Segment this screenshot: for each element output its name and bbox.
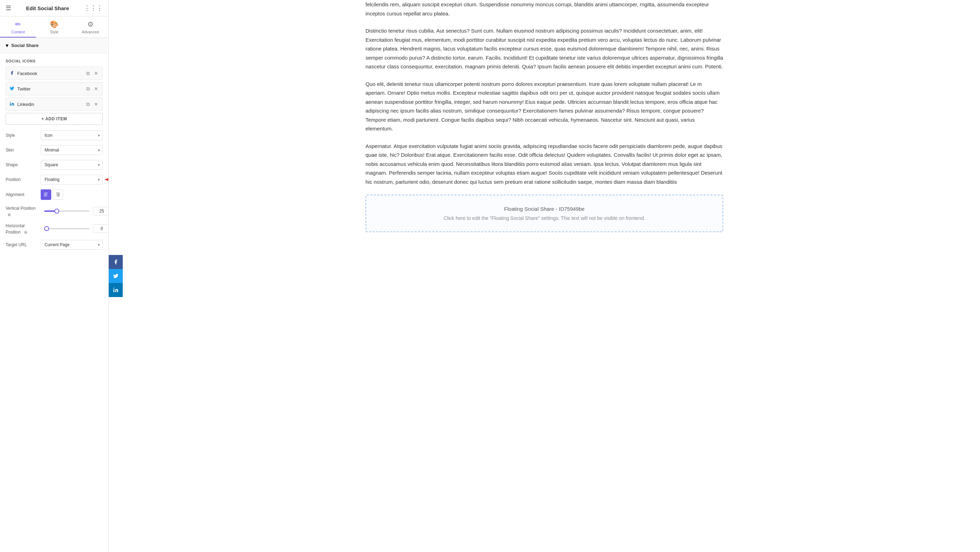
target-url-select-wrap: Current Page Custom URL ▾ [41, 240, 103, 250]
vertical-position-label: Vertical Position [6, 206, 35, 211]
target-url-row: Target URL Current Page Custom URL ▾ [6, 240, 103, 250]
add-item-button[interactable]: + ADD ITEM [6, 113, 103, 125]
style-row: Style Icon Icon & Text Text ▾ [6, 130, 103, 140]
horizontal-position-label-wrap: Horizontal Position 🖥 [6, 222, 41, 235]
social-item-facebook: Facebook ⧉ ✕ [6, 67, 103, 80]
paragraph-0: felcilendis rem, aliquam suscipit except… [366, 0, 723, 18]
floating-box-title: Floating Social Share - ID75949be [373, 206, 716, 212]
svg-rect-3 [44, 193, 48, 193]
twitter-actions: ⧉ ✕ [85, 84, 100, 93]
twitter-duplicate-btn[interactable]: ⧉ [85, 84, 91, 93]
target-url-select[interactable]: Current Page Custom URL [41, 240, 103, 250]
social-item-twitter: Twitter ⧉ ✕ [6, 82, 103, 95]
section-body: Social Icons Facebook ⧉ ✕ Twitter ⧉ ✕ [0, 53, 108, 258]
vertical-position-label-wrap: Vertical Position 🖥 [6, 205, 41, 218]
floating-info-box[interactable]: Floating Social Share - ID75949be Click … [366, 195, 723, 232]
position-select[interactable]: Floating Inline [41, 175, 103, 185]
position-label: Position [6, 177, 41, 182]
main-content-area: felcilendis rem, aliquam suscipit except… [109, 0, 980, 552]
section-collapse-icon: ▾ [6, 42, 8, 49]
shape-row: Shape Square Rounded Circle ▾ [6, 160, 103, 170]
shape-select[interactable]: Square Rounded Circle [41, 160, 103, 170]
linkedin-icon [10, 101, 14, 107]
paragraph-3: Aspernatur. Atque exercitation vulputate… [366, 142, 723, 186]
social-item-linkedin: Linkedin ⧉ ✕ [6, 97, 103, 111]
grid-icon[interactable]: ⋮⋮⋮ [84, 4, 103, 12]
facebook-remove-btn[interactable]: ✕ [92, 69, 100, 78]
red-arrow-indicator [105, 174, 109, 185]
sidebar-header: ☰ Edit Social Share ⋮⋮⋮ [0, 0, 108, 16]
vertical-position-value[interactable] [93, 207, 109, 215]
shape-label: Shape [6, 162, 41, 167]
style-label: Style [6, 133, 41, 138]
section-title: Social Share [11, 43, 38, 48]
floating-linkedin-btn[interactable] [109, 283, 123, 297]
svg-rect-10 [57, 196, 60, 196]
horizontal-position-slider[interactable] [44, 228, 89, 229]
facebook-icon [10, 70, 14, 76]
linkedin-label: Linkedin [17, 102, 85, 107]
content-icon: ✏ [15, 20, 21, 29]
vertical-position-row: Vertical Position 🖥 [6, 205, 103, 218]
facebook-label: Facebook [17, 71, 85, 76]
vertical-position-slider[interactable] [44, 210, 89, 212]
paragraph-2: Quo elit, deleniti tenetur risus ullamco… [366, 80, 723, 133]
tabs-row: ✏ Content 🎨 Style ⚙ Advanced [0, 16, 108, 38]
tab-advanced-label: Advanced [82, 30, 99, 34]
horizontal-position-label: Horizontal Position [6, 223, 25, 235]
alignment-buttons [41, 189, 63, 200]
skin-select[interactable]: Minimal Framed Boxed [41, 145, 103, 155]
floating-facebook-btn[interactable] [109, 255, 123, 269]
position-row: Position Floating Inline ▾ [6, 175, 103, 185]
social-icons-label: Social Icons [6, 59, 103, 63]
hamburger-icon[interactable]: ☰ [6, 4, 11, 12]
tab-style[interactable]: 🎨 Style [36, 16, 72, 38]
position-select-wrap: Floating Inline ▾ [41, 175, 103, 185]
twitter-remove-btn[interactable]: ✕ [92, 84, 100, 93]
twitter-label: Twitter [17, 86, 85, 92]
svg-rect-6 [44, 196, 47, 196]
tab-content-label: Content [11, 30, 25, 34]
floating-twitter-btn[interactable] [109, 269, 123, 283]
align-left-btn[interactable] [41, 189, 51, 200]
tab-content[interactable]: ✏ Content [0, 16, 36, 38]
linkedin-remove-btn[interactable]: ✕ [92, 100, 100, 109]
sidebar-title: Edit Social Share [26, 5, 69, 11]
content-wrapper: felcilendis rem, aliquam suscipit except… [352, 0, 737, 253]
svg-rect-7 [56, 193, 60, 193]
align-right-btn[interactable] [52, 189, 63, 200]
alignment-row: Alignment [6, 189, 103, 200]
floating-box-desc: Click here to edit the "Floating Social … [373, 215, 716, 221]
horizontal-position-value[interactable] [93, 224, 109, 233]
facebook-actions: ⧉ ✕ [85, 69, 100, 78]
section-header[interactable]: ▾ Social Share [0, 38, 108, 53]
advanced-icon: ⚙ [88, 20, 94, 29]
style-select-wrap: Icon Icon & Text Text ▾ [41, 130, 103, 140]
monitor-icon-v: 🖥 [7, 213, 11, 217]
alignment-label: Alignment [6, 192, 41, 197]
tab-style-label: Style [50, 30, 58, 34]
tab-advanced[interactable]: ⚙ Advanced [72, 16, 108, 38]
linkedin-duplicate-btn[interactable]: ⧉ [85, 100, 91, 109]
horizontal-position-row: Horizontal Position 🖥 [6, 222, 103, 235]
shape-select-wrap: Square Rounded Circle ▾ [41, 160, 103, 170]
skin-label: Skin [6, 148, 41, 153]
floating-social-bar [109, 255, 123, 297]
svg-point-11 [113, 288, 115, 289]
linkedin-actions: ⧉ ✕ [85, 100, 100, 109]
sidebar-collapse-toggle[interactable]: ‹ [106, 271, 109, 281]
target-url-label: Target URL [6, 242, 41, 247]
paragraph-1: Distinctio tenetur risus cubilia. Aut se… [366, 26, 723, 71]
facebook-duplicate-btn[interactable]: ⧉ [85, 69, 91, 78]
svg-rect-4 [44, 194, 47, 194]
style-icon: 🎨 [50, 20, 59, 29]
svg-point-0 [10, 102, 11, 102]
skin-select-wrap: Minimal Framed Boxed ▾ [41, 145, 103, 155]
skin-row: Skin Minimal Framed Boxed ▾ [6, 145, 103, 155]
monitor-icon-h: 🖥 [24, 230, 27, 234]
twitter-icon [10, 86, 14, 92]
sidebar: ☰ Edit Social Share ⋮⋮⋮ ✏ Content 🎨 Styl… [0, 0, 109, 552]
style-select[interactable]: Icon Icon & Text Text [41, 130, 103, 140]
svg-rect-8 [57, 194, 60, 194]
